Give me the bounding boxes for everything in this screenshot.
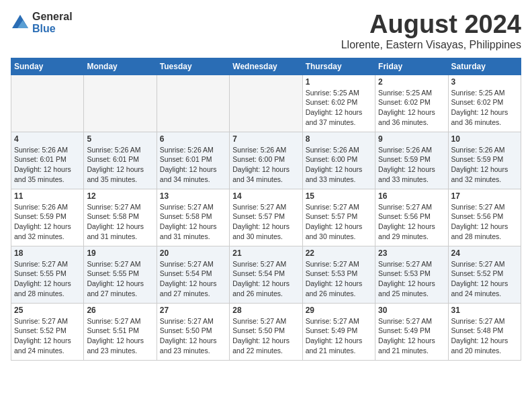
calendar-cell: 30Sunrise: 5:27 AM Sunset: 5:49 PM Dayli… — [375, 303, 448, 360]
logo-general-text: General — [32, 11, 73, 23]
day-header-thursday: Thursday — [302, 58, 375, 75]
day-number: 26 — [87, 306, 153, 315]
calendar-week-row: 11Sunrise: 5:26 AM Sunset: 5:59 PM Dayli… — [11, 189, 521, 246]
day-number: 21 — [232, 248, 299, 258]
day-number: 2 — [378, 77, 445, 87]
calendar-cell: 6Sunrise: 5:26 AM Sunset: 6:01 PM Daylig… — [157, 132, 229, 189]
calendar-cell: 27Sunrise: 5:27 AM Sunset: 5:50 PM Dayli… — [157, 303, 229, 360]
day-number: 22 — [306, 248, 372, 258]
day-info: Sunrise: 5:27 AM Sunset: 5:50 PM Dayligh… — [232, 316, 299, 356]
day-info: Sunrise: 5:26 AM Sunset: 5:59 PM Dayligh… — [451, 145, 518, 185]
day-info: Sunrise: 5:27 AM Sunset: 5:57 PM Dayligh… — [306, 202, 372, 242]
day-number: 6 — [160, 134, 226, 144]
day-header-tuesday: Tuesday — [157, 58, 229, 75]
day-header-friday: Friday — [375, 58, 448, 75]
day-info: Sunrise: 5:27 AM Sunset: 5:52 PM Dayligh… — [14, 316, 81, 356]
day-number: 29 — [306, 306, 372, 315]
day-header-saturday: Saturday — [448, 58, 521, 75]
day-info: Sunrise: 5:27 AM Sunset: 5:55 PM Dayligh… — [14, 259, 81, 299]
calendar-cell — [11, 75, 84, 132]
day-number: 8 — [306, 134, 372, 144]
day-info: Sunrise: 5:25 AM Sunset: 6:02 PM Dayligh… — [306, 88, 372, 128]
day-info: Sunrise: 5:27 AM Sunset: 5:55 PM Dayligh… — [87, 259, 153, 299]
day-number: 14 — [232, 191, 299, 201]
day-info: Sunrise: 5:27 AM Sunset: 5:58 PM Dayligh… — [160, 202, 226, 242]
day-info: Sunrise: 5:27 AM Sunset: 5:54 PM Dayligh… — [232, 259, 299, 299]
calendar-cell: 24Sunrise: 5:27 AM Sunset: 5:52 PM Dayli… — [448, 246, 521, 303]
day-number: 27 — [160, 306, 226, 315]
day-info: Sunrise: 5:27 AM Sunset: 5:56 PM Dayligh… — [451, 202, 518, 242]
logo-blue-text: Blue — [32, 23, 73, 35]
logo-icon — [11, 13, 30, 32]
day-number: 30 — [378, 306, 445, 315]
calendar-cell: 4Sunrise: 5:26 AM Sunset: 6:01 PM Daylig… — [11, 132, 84, 189]
calendar-cell: 26Sunrise: 5:27 AM Sunset: 5:51 PM Dayli… — [84, 303, 157, 360]
calendar-cell: 19Sunrise: 5:27 AM Sunset: 5:55 PM Dayli… — [84, 246, 157, 303]
day-info: Sunrise: 5:27 AM Sunset: 5:49 PM Dayligh… — [378, 316, 445, 356]
calendar-cell — [84, 75, 157, 132]
day-number: 15 — [306, 191, 372, 201]
day-info: Sunrise: 5:27 AM Sunset: 5:51 PM Dayligh… — [87, 316, 153, 356]
calendar-cell: 1Sunrise: 5:25 AM Sunset: 6:02 PM Daylig… — [302, 75, 375, 132]
day-header-sunday: Sunday — [11, 58, 84, 75]
calendar-cell: 16Sunrise: 5:27 AM Sunset: 5:56 PM Dayli… — [375, 189, 448, 246]
calendar-cell: 10Sunrise: 5:26 AM Sunset: 5:59 PM Dayli… — [448, 132, 521, 189]
calendar-cell: 17Sunrise: 5:27 AM Sunset: 5:56 PM Dayli… — [448, 189, 521, 246]
day-number: 9 — [378, 134, 445, 144]
day-info: Sunrise: 5:27 AM Sunset: 5:54 PM Dayligh… — [160, 259, 226, 299]
day-number: 4 — [14, 134, 81, 144]
title-section: August 2024 Llorente, Eastern Visayas, P… — [341, 11, 521, 51]
calendar-cell: 5Sunrise: 5:26 AM Sunset: 6:01 PM Daylig… — [84, 132, 157, 189]
main-title: August 2024 — [341, 11, 521, 39]
day-info: Sunrise: 5:26 AM Sunset: 5:59 PM Dayligh… — [14, 202, 81, 242]
calendar-cell — [230, 75, 302, 132]
day-info: Sunrise: 5:27 AM Sunset: 5:56 PM Dayligh… — [378, 202, 445, 242]
day-info: Sunrise: 5:27 AM Sunset: 5:48 PM Dayligh… — [451, 316, 518, 356]
calendar: SundayMondayTuesdayWednesdayThursdayFrid… — [11, 58, 521, 361]
calendar-cell: 9Sunrise: 5:26 AM Sunset: 5:59 PM Daylig… — [375, 132, 448, 189]
calendar-cell: 12Sunrise: 5:27 AM Sunset: 5:58 PM Dayli… — [84, 189, 157, 246]
day-number: 3 — [451, 77, 518, 87]
day-number: 7 — [232, 134, 299, 144]
day-info: Sunrise: 5:27 AM Sunset: 5:53 PM Dayligh… — [378, 259, 445, 299]
day-info: Sunrise: 5:27 AM Sunset: 5:52 PM Dayligh… — [451, 259, 518, 299]
day-number: 13 — [160, 191, 226, 201]
calendar-week-row: 25Sunrise: 5:27 AM Sunset: 5:52 PM Dayli… — [11, 303, 521, 360]
calendar-cell: 7Sunrise: 5:26 AM Sunset: 6:00 PM Daylig… — [230, 132, 302, 189]
calendar-cell: 22Sunrise: 5:27 AM Sunset: 5:53 PM Dayli… — [302, 246, 375, 303]
day-number: 1 — [306, 77, 372, 87]
day-info: Sunrise: 5:26 AM Sunset: 6:01 PM Dayligh… — [87, 145, 153, 185]
day-info: Sunrise: 5:26 AM Sunset: 6:01 PM Dayligh… — [160, 145, 226, 185]
day-number: 31 — [451, 306, 518, 315]
day-number: 25 — [14, 306, 81, 315]
day-info: Sunrise: 5:27 AM Sunset: 5:58 PM Dayligh… — [87, 202, 153, 242]
day-info: Sunrise: 5:27 AM Sunset: 5:57 PM Dayligh… — [232, 202, 299, 242]
calendar-cell: 2Sunrise: 5:25 AM Sunset: 6:02 PM Daylig… — [375, 75, 448, 132]
day-number: 17 — [451, 191, 518, 201]
day-header-wednesday: Wednesday — [230, 58, 302, 75]
calendar-cell: 25Sunrise: 5:27 AM Sunset: 5:52 PM Dayli… — [11, 303, 84, 360]
day-info: Sunrise: 5:26 AM Sunset: 6:00 PM Dayligh… — [306, 145, 372, 185]
day-number: 10 — [451, 134, 518, 144]
day-info: Sunrise: 5:25 AM Sunset: 6:02 PM Dayligh… — [451, 88, 518, 128]
calendar-header-row: SundayMondayTuesdayWednesdayThursdayFrid… — [11, 58, 521, 75]
calendar-cell: 15Sunrise: 5:27 AM Sunset: 5:57 PM Dayli… — [302, 189, 375, 246]
header: General Blue August 2024 Llorente, Easte… — [11, 11, 521, 51]
logo: General Blue — [11, 11, 73, 34]
calendar-cell: 20Sunrise: 5:27 AM Sunset: 5:54 PM Dayli… — [157, 246, 229, 303]
day-info: Sunrise: 5:26 AM Sunset: 5:59 PM Dayligh… — [378, 145, 445, 185]
day-info: Sunrise: 5:27 AM Sunset: 5:53 PM Dayligh… — [306, 259, 372, 299]
day-info: Sunrise: 5:27 AM Sunset: 5:49 PM Dayligh… — [306, 316, 372, 356]
day-number: 20 — [160, 248, 226, 258]
day-info: Sunrise: 5:27 AM Sunset: 5:50 PM Dayligh… — [160, 316, 226, 356]
day-info: Sunrise: 5:26 AM Sunset: 6:00 PM Dayligh… — [232, 145, 299, 185]
calendar-week-row: 4Sunrise: 5:26 AM Sunset: 6:01 PM Daylig… — [11, 132, 521, 189]
day-number: 28 — [232, 306, 299, 315]
calendar-cell: 14Sunrise: 5:27 AM Sunset: 5:57 PM Dayli… — [230, 189, 302, 246]
calendar-cell: 18Sunrise: 5:27 AM Sunset: 5:55 PM Dayli… — [11, 246, 84, 303]
day-info: Sunrise: 5:26 AM Sunset: 6:01 PM Dayligh… — [14, 145, 81, 185]
calendar-cell: 11Sunrise: 5:26 AM Sunset: 5:59 PM Dayli… — [11, 189, 84, 246]
calendar-week-row: 1Sunrise: 5:25 AM Sunset: 6:02 PM Daylig… — [11, 75, 521, 132]
day-number: 18 — [14, 248, 81, 258]
day-number: 23 — [378, 248, 445, 258]
